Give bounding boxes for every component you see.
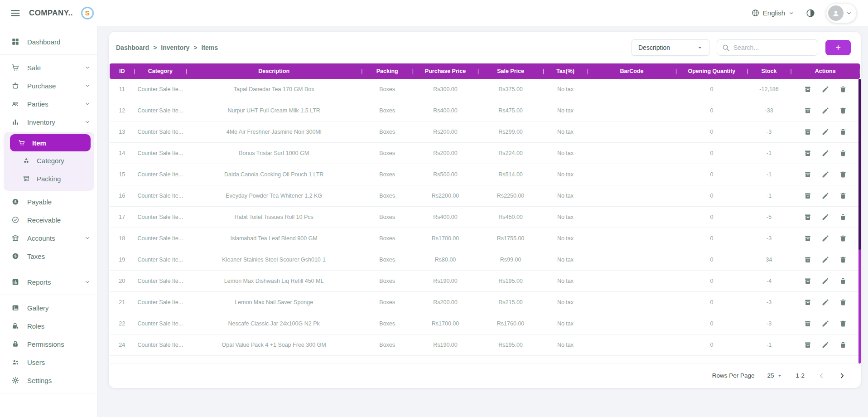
sidebar-item-taxes[interactable]: $Taxes	[0, 247, 97, 265]
edit-button[interactable]	[821, 341, 829, 349]
vertical-scrollbar[interactable]	[858, 79, 861, 364]
sidebar-item-roles[interactable]: Roles	[0, 317, 97, 335]
cell-opening-quantity: 0	[676, 214, 747, 220]
cell-purchase-price: Rs2200.00	[413, 193, 478, 199]
column-header-tax-: Tax(%)	[543, 68, 588, 74]
rows-per-page-select[interactable]: 25	[767, 372, 783, 379]
sidebar-item-settings[interactable]: Settings	[0, 371, 97, 389]
cell-purchase-price: Rs190.00	[413, 278, 478, 284]
delete-button[interactable]	[839, 256, 847, 264]
next-page-button[interactable]	[838, 372, 846, 380]
delete-button[interactable]	[839, 234, 847, 242]
sidebar-item-item[interactable]: Item	[10, 134, 91, 151]
user-menu[interactable]	[826, 4, 856, 23]
sidebar-item-sale[interactable]: Sale	[0, 58, 97, 77]
chevron-down-icon	[788, 10, 795, 16]
sidebar-item-users[interactable]: Users	[0, 353, 97, 371]
archive-button[interactable]	[804, 107, 812, 115]
sidebar-item-dashboard[interactable]: Dashboard	[0, 33, 97, 51]
archive-icon	[804, 256, 812, 264]
archive-button[interactable]	[804, 341, 812, 349]
delete-button[interactable]	[839, 320, 847, 328]
delete-button[interactable]	[839, 149, 847, 157]
sidebar-divider	[0, 393, 97, 393]
edit-button[interactable]	[821, 149, 829, 157]
archive-button[interactable]	[804, 298, 812, 306]
sidebar-item-receivable[interactable]: Receivable	[0, 211, 97, 229]
cell-stock: -3	[747, 235, 791, 242]
delete-button[interactable]	[839, 341, 847, 349]
parties-icon	[11, 100, 19, 108]
trash-icon	[839, 85, 847, 93]
edit-button[interactable]	[821, 256, 829, 264]
sidebar-item-label: Gallery	[27, 304, 91, 312]
rows-per-page-label: Rows Per Page	[712, 372, 755, 379]
delete-button[interactable]	[839, 85, 847, 93]
sidebar-item-packing[interactable]: Packing	[4, 170, 94, 188]
cell-opening-quantity: 0	[676, 299, 747, 305]
edit-button[interactable]	[821, 107, 829, 115]
archive-button[interactable]	[804, 85, 812, 93]
filter-select[interactable]: Description	[632, 39, 709, 56]
edit-button[interactable]	[821, 234, 829, 242]
edit-button[interactable]	[821, 320, 829, 328]
sidebar-item-payable[interactable]: $Payable	[0, 193, 97, 211]
archive-button[interactable]	[804, 149, 812, 157]
archive-icon	[804, 213, 812, 221]
archive-button[interactable]	[804, 277, 812, 285]
archive-button[interactable]	[804, 320, 812, 328]
archive-button[interactable]	[804, 170, 812, 179]
cell-description: Habit Toilet Tissues Roll 10 Pcs	[186, 214, 362, 220]
sidebar-item-reports[interactable]: Reports	[0, 273, 97, 291]
sidebar-item-accounts[interactable]: Accounts	[0, 229, 97, 247]
cell-description: Eveyday Powder Tea Whitener 1.2 KG	[186, 193, 362, 199]
archive-button[interactable]	[804, 213, 812, 221]
delete-button[interactable]	[839, 298, 847, 306]
cell-opening-quantity: 0	[676, 320, 747, 327]
delete-button[interactable]	[839, 213, 847, 221]
cell-description: 4Me Air Freshner Jasmine Noir 300Ml	[186, 129, 362, 135]
search-input[interactable]	[733, 44, 813, 51]
edit-button[interactable]	[821, 128, 829, 136]
sidebar-item-parties[interactable]: Parties	[0, 95, 97, 113]
edit-button[interactable]	[821, 277, 829, 285]
breadcrumb-inventory[interactable]: Inventory	[161, 44, 189, 51]
archive-button[interactable]	[804, 192, 812, 200]
cell-opening-quantity: 0	[676, 107, 747, 114]
table-row: 17Counter Sale Ite...Habit Toilet Tissue…	[110, 207, 860, 228]
trash-icon	[839, 192, 847, 200]
add-item-button[interactable]: +	[825, 40, 851, 55]
sidebar-item-purchase[interactable]: Purchase	[0, 77, 97, 95]
scrollbar-thumb[interactable]	[858, 79, 861, 250]
cell-id: 16	[110, 193, 135, 199]
theme-toggle-icon[interactable]	[805, 8, 815, 18]
delete-button[interactable]	[839, 277, 847, 285]
archive-button[interactable]	[804, 234, 812, 242]
cell-tax: No tax	[543, 107, 588, 114]
delete-button[interactable]	[839, 107, 847, 115]
cell-packing: Boxes	[362, 107, 413, 114]
sidebar-item-permissions[interactable]: Permissions	[0, 335, 97, 353]
sidebar-item-category[interactable]: Category	[4, 151, 94, 170]
cell-stock: -3	[747, 299, 791, 305]
language-selector[interactable]: English	[751, 9, 795, 17]
delete-button[interactable]	[839, 192, 847, 200]
menu-icon[interactable]	[10, 8, 21, 19]
prev-page-button[interactable]	[817, 372, 825, 380]
edit-button[interactable]	[821, 192, 829, 200]
sidebar-item-gallery[interactable]: Gallery	[0, 299, 97, 317]
edit-button[interactable]	[821, 170, 829, 179]
trash-icon	[839, 128, 847, 136]
archive-button[interactable]	[804, 128, 812, 136]
delete-button[interactable]	[839, 170, 847, 179]
breadcrumb-dashboard[interactable]: Dashboard	[116, 44, 149, 51]
delete-button[interactable]	[839, 128, 847, 136]
sidebar-item-inventory[interactable]: Inventory	[0, 113, 97, 131]
edit-button[interactable]	[821, 213, 829, 221]
cell-id: 13	[110, 129, 135, 135]
cell-description: Nescafe Classic Jar 24x100G N2 Pk	[186, 320, 362, 327]
cell-id: 19	[110, 257, 135, 263]
archive-button[interactable]	[804, 256, 812, 264]
edit-button[interactable]	[821, 298, 829, 306]
edit-button[interactable]	[821, 85, 829, 93]
